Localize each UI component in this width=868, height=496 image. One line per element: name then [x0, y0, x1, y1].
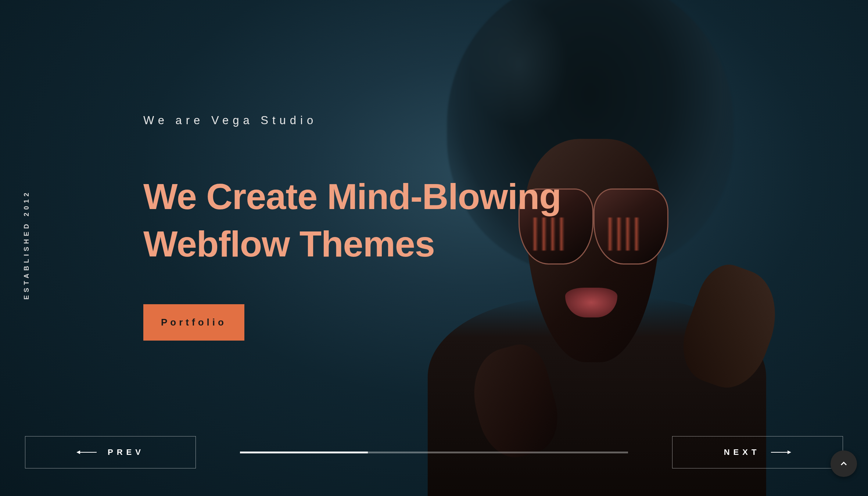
prev-button[interactable]: PREV: [25, 436, 196, 468]
slider-progress-fill: [240, 452, 368, 453]
hero-section: ESTABLISHED 2012 We are Vega Studio We C…: [0, 0, 868, 496]
headline-line-2: Webflow Themes: [143, 223, 435, 264]
established-label: ESTABLISHED 2012: [23, 190, 31, 300]
chevron-up-icon: [839, 459, 849, 469]
scroll-to-top-button[interactable]: [831, 450, 857, 477]
hero-headline: We Create Mind-Blowing Webflow Themes: [143, 173, 561, 267]
portfolio-button[interactable]: Portfolio: [143, 304, 244, 341]
headline-line-1: We Create Mind-Blowing: [143, 176, 561, 217]
prev-label: PREV: [108, 448, 144, 457]
next-label: NEXT: [724, 448, 760, 457]
hero-content: We are Vega Studio We Create Mind-Blowin…: [143, 114, 561, 341]
arrow-left-icon: [76, 450, 97, 454]
next-button[interactable]: NEXT: [672, 436, 843, 468]
slider-navigation: PREV NEXT: [25, 436, 843, 468]
arrow-right-icon: [771, 450, 791, 454]
hero-tagline: We are Vega Studio: [143, 114, 561, 127]
slider-progress-track[interactable]: [240, 452, 628, 453]
